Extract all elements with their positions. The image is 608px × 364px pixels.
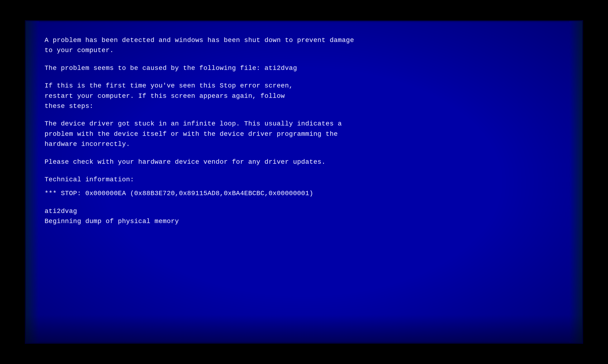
dump-block: ati2dvag Beginning dump of physical memo… <box>45 206 563 227</box>
cause-block: The problem seems to be caused by the fo… <box>45 63 563 73</box>
stop-line: *** STOP: 0x000000EA (0x88B3E720,0x89115… <box>45 188 563 198</box>
stop-block: *** STOP: 0x000000EA (0x88B3E720,0x89115… <box>45 188 563 198</box>
driver-line1: The device driver got stuck in an infini… <box>45 119 563 129</box>
first-time-block: If this is the first time you've seen th… <box>45 81 563 111</box>
header-block: A problem has been detected and windows … <box>45 35 563 56</box>
first-time-line3: these steps: <box>45 101 563 111</box>
first-time-line1: If this is the first time you've seen th… <box>45 81 563 91</box>
dump-line: Beginning dump of physical memory <box>45 216 563 226</box>
right-edge-gradient <box>569 21 582 343</box>
driver-line3: hardware incorrectly. <box>45 139 563 149</box>
driver-line2: problem with the device itself or with t… <box>45 129 563 139</box>
vendor-line: Please check with your hardware device v… <box>45 157 563 167</box>
bsod-content: A problem has been detected and windows … <box>45 35 563 234</box>
monitor-outer: A problem has been detected and windows … <box>0 0 608 364</box>
vendor-block: Please check with your hardware device v… <box>45 157 563 167</box>
first-time-line2: restart your computer. If this screen ap… <box>45 91 563 101</box>
header-line1: A problem has been detected and windows … <box>45 35 563 45</box>
tech-info-block: Technical information: <box>45 174 563 185</box>
bsod-screen: A problem has been detected and windows … <box>25 20 583 344</box>
tech-info-label: Technical information: <box>45 174 563 185</box>
driver-filename: ati2dvag <box>45 206 563 216</box>
bottom-gradient <box>26 315 582 343</box>
header-line2: to your computer. <box>45 45 563 55</box>
driver-block: The device driver got stuck in an infini… <box>45 119 563 149</box>
left-edge-gradient <box>26 21 39 343</box>
cause-line: The problem seems to be caused by the fo… <box>45 63 563 73</box>
